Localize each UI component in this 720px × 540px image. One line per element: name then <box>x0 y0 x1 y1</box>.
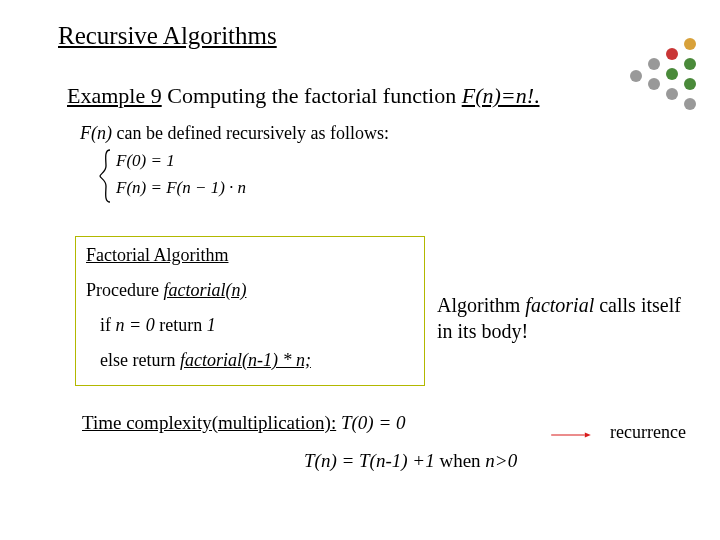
if-a: if <box>100 315 116 335</box>
time-line-2: T(n) = T(n-1) +1 when n>0 <box>304 450 517 472</box>
decor-dot <box>684 98 696 110</box>
if-c: return <box>155 315 207 335</box>
procedure-label: Procedure <box>86 280 163 300</box>
definition-line: F(n) can be defined recursively as follo… <box>80 123 389 144</box>
if-b: n = 0 <box>116 315 155 335</box>
decor-dot <box>666 88 678 100</box>
decor-dot <box>648 58 660 70</box>
time-line-1: Time complexity(multiplication): T(0) = … <box>82 412 406 434</box>
side-a: Algorithm <box>437 294 525 316</box>
example-line: Example 9 Computing the factorial functi… <box>67 83 539 109</box>
decor-dot <box>648 78 660 90</box>
if-d: 1 <box>207 315 216 335</box>
arrow-icon <box>538 432 604 438</box>
example-dot: . <box>534 83 540 108</box>
corner-dots <box>630 30 710 110</box>
if-line: if n = 0 return 1 <box>100 315 414 336</box>
side-fn: factorial <box>525 294 594 316</box>
decor-dot <box>666 68 678 80</box>
side-note: Algorithm factorial calls itself in its … <box>437 292 687 344</box>
example-fn: F(n)=n! <box>462 83 534 108</box>
time-eq2a: T(n) = T(n-1) +1 <box>304 450 435 471</box>
procedure-line: Procedure factorial(n) <box>86 280 414 301</box>
example-text: Computing the factorial function <box>162 83 462 108</box>
time-label: Time complexity(multiplication): <box>82 412 336 433</box>
decor-dot <box>684 78 696 90</box>
time-eq1: T(0) = 0 <box>341 412 406 433</box>
decor-dot <box>684 58 696 70</box>
decor-dot <box>684 38 696 50</box>
decor-dot <box>666 48 678 60</box>
algorithm-title: Factorial Algorithm <box>86 245 414 266</box>
else-a: else return <box>100 350 180 370</box>
time-eq2b: when <box>435 450 486 471</box>
else-line: else return factorial(n-1) * n; <box>100 350 414 371</box>
svg-marker-1 <box>585 433 591 438</box>
brace-icon <box>98 148 114 204</box>
example-label: Example 9 <box>67 83 162 108</box>
algorithm-box: Factorial Algorithm Procedure factorial(… <box>75 236 425 386</box>
time-eq2c: n>0 <box>485 450 517 471</box>
def-text: can be defined recursively as follows: <box>112 123 389 143</box>
eq-line-2: F(n) = F(n − 1) · n <box>116 178 246 198</box>
recurrence-label: recurrence <box>610 422 686 443</box>
recursive-eq-block: F(0) = 1 F(n) = F(n − 1) · n <box>98 148 268 206</box>
def-fn: F(n) <box>80 123 112 143</box>
else-b: factorial(n-1) * n; <box>180 350 311 370</box>
procedure-fn: factorial(n) <box>163 280 246 300</box>
decor-dot <box>630 70 642 82</box>
eq-line-1: F(0) = 1 <box>116 151 175 171</box>
slide-title: Recursive Algorithms <box>58 22 277 50</box>
